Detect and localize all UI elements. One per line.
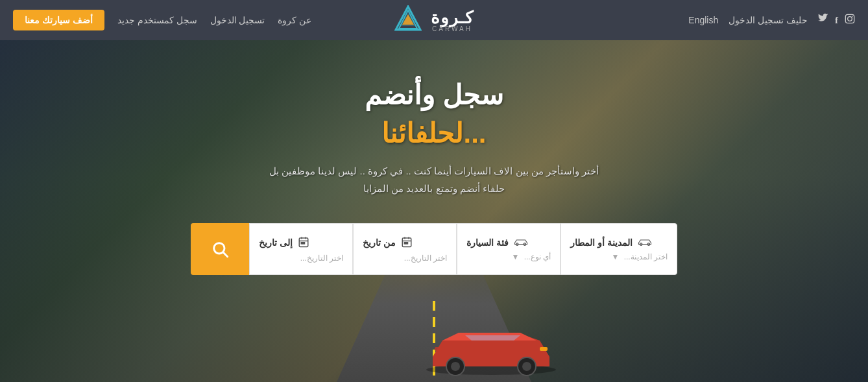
hero-title-orange: ...لحلفائنا <box>191 117 677 149</box>
city-field[interactable]: المدينة أو المطار اختر المدينة... ▼ <box>561 223 677 275</box>
dropdown-arrow-city: ▼ <box>611 252 619 261</box>
about-link[interactable]: عن كروة <box>278 15 311 25</box>
svg-rect-27 <box>406 242 407 243</box>
add-car-button[interactable]: أضف سيارتك معنا <box>13 10 104 30</box>
calendar-icon-to <box>298 236 309 250</box>
svg-line-15 <box>223 252 227 256</box>
hero-section: سجل وأنضم ...لحلفائنا أختر واستأجر من بي… <box>0 40 868 382</box>
facebook-icon[interactable]: f <box>835 15 838 26</box>
search-icon <box>211 240 229 258</box>
to-date-field[interactable]: إلى تاريخ اختر التاريخ... <box>249 223 353 275</box>
svg-rect-0 <box>845 14 854 23</box>
instagram-icon[interactable] <box>845 14 855 27</box>
language-link[interactable]: English <box>688 15 718 25</box>
car-city-icon <box>638 237 652 248</box>
svg-point-2 <box>852 16 853 18</box>
to-date-placeholder: اختر التاريخ... <box>259 254 343 263</box>
from-date-field[interactable]: من تاريخ اختر التاريخ... <box>353 223 457 275</box>
car-category-field[interactable]: فئة السيارة أي نوع... ▼ <box>457 223 561 275</box>
social-icons: f <box>818 14 855 27</box>
navbar-left: f حليف تسجيل الدخول English <box>688 14 855 27</box>
hero-content: سجل وأنضم ...لحلفائنا أختر واستأجر من بي… <box>191 40 677 288</box>
car-category-placeholder: أي نوع... ▼ <box>466 252 551 261</box>
from-date-placeholder: اختر التاريخ... <box>363 254 447 263</box>
calendar-icon-from <box>401 236 413 250</box>
navbar-right: عن كروة تسجيل الدخول سجل كمستخدم جديد أض… <box>13 10 311 30</box>
car-image <box>420 315 562 382</box>
logo-icon <box>394 5 422 32</box>
navbar-logo[interactable]: كـروة CARWAH <box>394 5 474 35</box>
car-category-icon <box>514 237 528 248</box>
search-button[interactable] <box>191 223 249 275</box>
dropdown-arrow-category: ▼ <box>511 252 519 261</box>
svg-rect-13 <box>435 347 442 351</box>
login-link[interactable]: تسجيل الدخول <box>210 15 265 25</box>
register-link[interactable]: سجل كمستخدم جديد <box>117 15 197 25</box>
svg-point-9 <box>451 362 460 371</box>
navbar: f حليف تسجيل الدخول English كـروة CARWAH <box>0 0 868 40</box>
logo-sub: CARWAH <box>432 25 472 32</box>
svg-rect-26 <box>404 242 405 243</box>
svg-rect-21 <box>303 242 304 243</box>
svg-point-11 <box>522 362 531 371</box>
svg-point-1 <box>848 17 852 21</box>
search-bar: إلى تاريخ اختر التاريخ... <box>191 223 677 275</box>
city-placeholder: اختر المدينة... ▼ <box>570 252 668 261</box>
svg-rect-12 <box>540 347 548 351</box>
car-svg <box>420 315 562 379</box>
hero-title-white: سجل وأنضم <box>191 79 677 111</box>
twitter-icon[interactable] <box>818 14 828 27</box>
svg-rect-20 <box>301 242 302 243</box>
join-login-link[interactable]: حليف تسجيل الدخول <box>729 15 808 25</box>
hero-subtitle: أختر واستأجر من بين الاف السيارات أينما … <box>239 162 629 197</box>
